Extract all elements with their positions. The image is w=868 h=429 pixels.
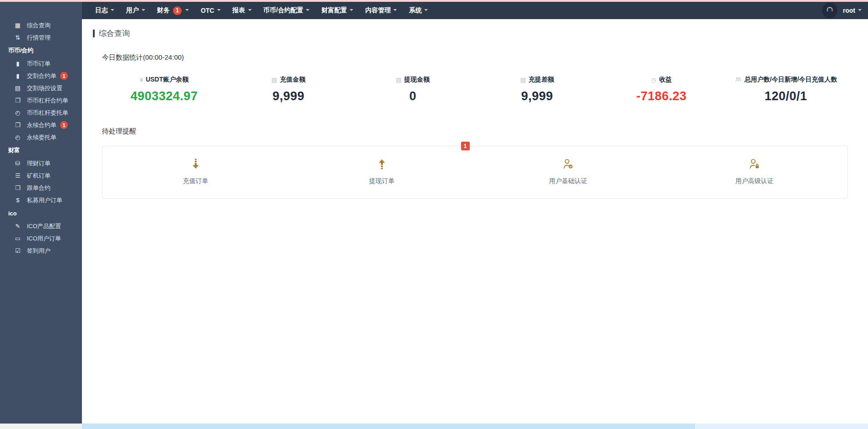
stat-label: USDT账户余额 <box>146 76 188 84</box>
arrow-up-icon <box>289 157 475 171</box>
pending-item[interactable]: 充值订单 <box>102 157 289 185</box>
sidebar-item[interactable]: ✎ ICO产品配置 <box>0 220 82 232</box>
stat-label-row: ¥ USDT账户余额 <box>102 76 226 84</box>
sidebar-item[interactable]: ▮ 币币订单 <box>0 57 82 70</box>
nav-menu-item[interactable]: 用户 <box>120 2 151 19</box>
stat-label: 充值金额 <box>280 76 305 84</box>
sidebar-item[interactable]: ◴ 永续委托单 <box>0 131 82 143</box>
sidebar-section-label: 财富 <box>8 146 20 154</box>
nav-menu-item[interactable]: 报表 <box>227 2 258 19</box>
stat-card: 总用户数/今日新增/今日充值人数 120/0/1 <box>724 76 848 103</box>
chevron-down-icon <box>424 9 428 13</box>
sidebar-item[interactable]: ⇅ 行情管理 <box>0 31 82 44</box>
pending-item-badge: 1 <box>461 142 470 150</box>
sidebar-item[interactable]: ❐ 币币杠杆合约单 <box>0 94 82 107</box>
stat-value: 9,999 <box>475 89 599 103</box>
nav-menu-item[interactable]: 财富配置 <box>315 2 359 19</box>
file-clock-icon: ◴ <box>14 109 22 116</box>
sidebar-section-header: 币币/合约 <box>0 44 82 57</box>
user-plus-icon <box>661 157 848 171</box>
chevron-down-icon <box>350 9 353 13</box>
nav-menu-item[interactable]: 日志 <box>89 2 120 19</box>
stat-label-row: ◷ 收益 <box>599 76 724 84</box>
stat-value: 4903324.97 <box>102 89 226 103</box>
pending-item[interactable]: 用户基础认证 <box>475 157 661 185</box>
invoice-icon: ▤ <box>520 77 526 83</box>
sidebar-item-label: 币币杠杆委托单 <box>27 109 68 117</box>
arrow-down-icon <box>102 157 289 171</box>
sidebar-item-label: ICO用户订单 <box>27 235 61 243</box>
pending-item-label: 充值订单 <box>102 177 289 185</box>
sidebar-item-badge: 1 <box>60 121 68 129</box>
chevron-down-icon <box>217 9 221 13</box>
stats-section-title: 今日数据统计(00:00-24:00) <box>102 53 848 62</box>
nav-menu-item[interactable]: OTC <box>195 2 227 19</box>
chevron-down-icon <box>248 9 252 13</box>
nav-menu-item[interactable]: 系统 <box>403 2 434 19</box>
nav-menu: 日志 用户 财务 1 OTC 报表 币币/合约配置 <box>89 2 434 19</box>
sidebar-item-label: 签到用户 <box>27 247 51 255</box>
sidebar-item[interactable]: ▮ 交割合约单 1 <box>0 70 82 82</box>
top-accent-strip <box>0 0 868 2</box>
sort-icon: ⇅ <box>14 34 22 41</box>
sidebar-item[interactable]: ❐ 永续合约单 1 <box>0 119 82 131</box>
sidebar-item[interactable]: $ 私募用户订单 <box>0 194 82 206</box>
sidebar-item-label: 私募用户订单 <box>27 196 62 204</box>
stat-value: 0 <box>350 89 475 103</box>
bookmark-icon: ▮ <box>14 60 22 67</box>
sidebar-item[interactable]: ▦ 综合查询 <box>0 19 82 31</box>
stat-value: 120/0/1 <box>724 89 848 103</box>
stat-card: ▤ 充值金额 9,999 <box>226 76 350 103</box>
sidebar-item-label: ICO产品配置 <box>27 222 61 230</box>
nav-menu-item[interactable]: 内容管理 <box>359 2 403 19</box>
stat-value: -7186.23 <box>599 89 724 103</box>
pending-item-label: 用户高级认证 <box>661 177 848 185</box>
sidebar-item-label: 永续合约单 <box>27 121 56 129</box>
stat-label-row: ▤ 充提差额 <box>475 76 599 84</box>
sidebar-item-label: 币币杠杆合约单 <box>27 97 68 105</box>
page-title: 综合查询 <box>93 28 868 39</box>
support-button[interactable] <box>822 3 838 18</box>
chevron-down-icon <box>185 9 189 13</box>
horizontal-scrollbar[interactable] <box>0 424 868 429</box>
scrollbar-track[interactable] <box>82 424 868 429</box>
stat-label-row: 总用户数/今日新增/今日充值人数 <box>724 76 848 84</box>
nav-menu-item[interactable]: 财务 1 <box>151 2 195 19</box>
sidebar-item[interactable]: ▭ ICO用户订单 <box>0 232 82 245</box>
sidebar-section-header: 财富 <box>0 143 82 157</box>
stat-card: ¥ USDT账户余额 4903324.97 <box>102 76 226 103</box>
nav-menu-item[interactable]: 币币/合约配置 <box>258 2 316 19</box>
stat-label: 充提差额 <box>528 76 554 84</box>
pending-item-label: 提现订单 <box>289 177 475 185</box>
chevron-down-icon <box>306 9 310 13</box>
nav-menu-label: 财务 <box>157 6 170 15</box>
sidebar-item-badge: 1 <box>60 72 68 80</box>
top-navbar: 日志 用户 财务 1 OTC 报表 币币/合约配置 <box>82 0 868 19</box>
main-content: 综合查询 今日数据统计(00:00-24:00) ¥ USDT账户余额 4903… <box>82 19 868 424</box>
sidebar-item[interactable]: ☑ 签到用户 <box>0 245 82 257</box>
sidebar-item[interactable]: ⛁ 理财订单 <box>0 157 82 169</box>
copy-icon: ❐ <box>14 97 22 104</box>
sidebar-item[interactable]: ◴ 币币杠杆委托单 <box>0 107 82 119</box>
scrollbar-thumb[interactable] <box>82 424 695 429</box>
pending-item[interactable]: 1 提现订单 <box>289 157 475 185</box>
user-menu[interactable]: root <box>843 7 862 14</box>
nav-menu-label: 内容管理 <box>365 6 391 15</box>
stat-card: ◷ 收益 -7186.23 <box>599 76 724 103</box>
sidebar-item[interactable]: ❒ 跟单合约 <box>0 182 82 194</box>
sidebar-item[interactable]: ☰ 矿机订单 <box>0 169 82 182</box>
clipboard-icon: ▤ <box>14 85 22 92</box>
layers-icon: ☰ <box>14 172 22 179</box>
sidebar-item[interactable]: ▤ 交割场控设置 <box>0 82 82 94</box>
dollar-icon: $ <box>14 197 22 204</box>
file-arrow-icon: ❒ <box>14 184 22 191</box>
user-check-icon <box>475 157 661 171</box>
stat-card: ▤ 充提差额 9,999 <box>475 76 599 103</box>
sidebar-item-label: 永续委托单 <box>27 133 56 142</box>
coins-icon: ⛁ <box>14 160 22 167</box>
pending-item[interactable]: 用户高级认证 <box>661 157 848 185</box>
stat-card: ▤ 提现金额 0 <box>350 76 475 103</box>
stat-label: 收益 <box>659 76 672 84</box>
nav-menu-label: OTC <box>201 7 214 14</box>
invoice-icon: ▤ <box>396 77 401 83</box>
